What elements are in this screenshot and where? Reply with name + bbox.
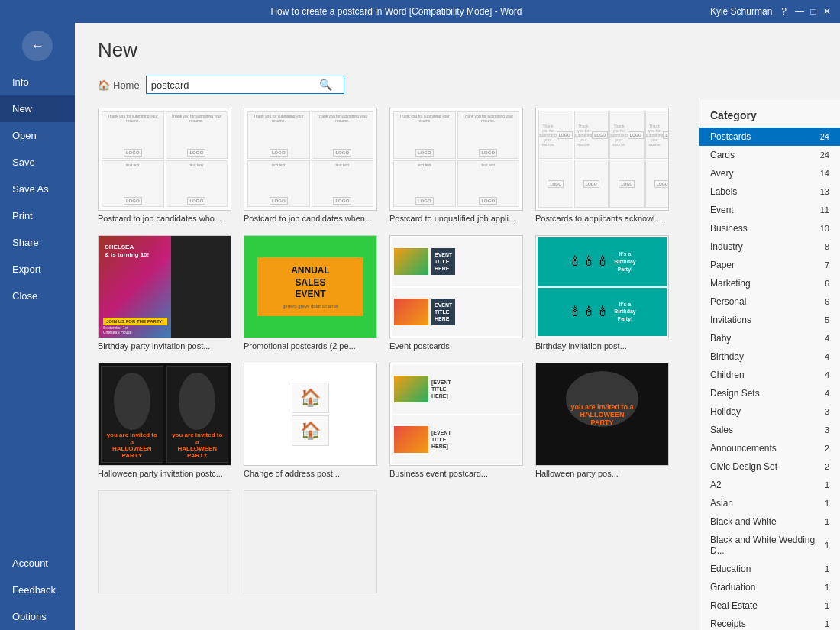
category-item-bw[interactable]: Black and White1 <box>699 512 840 531</box>
category-count-design-sets: 4 <box>825 389 829 398</box>
page-header: New <box>75 23 840 69</box>
category-label-holiday: Holiday <box>710 406 741 417</box>
sidebar-item-export[interactable]: Export <box>0 256 75 283</box>
category-item-announcements[interactable]: Announcements2 <box>699 439 840 457</box>
minimize-button[interactable]: — <box>793 5 806 18</box>
category-item-children[interactable]: Children4 <box>699 366 840 384</box>
category-item-graduation[interactable]: Graduation1 <box>699 578 840 596</box>
category-label-paper: Paper <box>710 260 735 270</box>
template-label-9: Halloween party invitation postc... <box>98 469 231 478</box>
sidebar-item-info[interactable]: Info <box>0 69 75 95</box>
template-row-4 <box>98 490 683 596</box>
user-name: Kyle Schurman <box>710 6 772 17</box>
template-card-4[interactable]: Thank you for submittingyour resume.LOGO… <box>535 108 669 223</box>
category-count-civic-design: 2 <box>825 462 829 471</box>
category-item-asian[interactable]: Asian1 <box>699 494 840 512</box>
category-count-birthday: 4 <box>825 352 829 361</box>
template-card-14[interactable] <box>244 490 377 596</box>
sidebar-item-feedback[interactable]: Feedback <box>0 577 75 603</box>
template-card-2[interactable]: Thank you for submitting your resume.LOG… <box>244 108 377 223</box>
template-thumb-4: Thank you for submittingyour resume.LOGO… <box>535 108 669 211</box>
template-label-4: Postcards to applicants acknowl... <box>535 214 669 223</box>
category-label-asian: Asian <box>710 498 733 509</box>
help-button[interactable]: ? <box>781 6 787 17</box>
category-label-design-sets: Design Sets <box>710 388 760 399</box>
back-button[interactable]: ← <box>22 31 53 61</box>
category-item-marketing[interactable]: Marketing6 <box>699 274 840 292</box>
category-item-bw-wedding[interactable]: Black and White Wedding D...1 <box>699 531 840 560</box>
sidebar-item-account[interactable]: Account <box>0 550 75 577</box>
templates-grid: Thank you for submitting your resume.LOG… <box>75 100 699 630</box>
category-item-a2[interactable]: A21 <box>699 476 840 494</box>
close-button[interactable]: ✕ <box>820 5 834 18</box>
category-item-design-sets[interactable]: Design Sets4 <box>699 384 840 402</box>
category-item-paper[interactable]: Paper7 <box>699 256 840 274</box>
category-item-cards[interactable]: Cards24 <box>699 146 840 164</box>
search-input[interactable] <box>151 79 319 91</box>
category-label-cards: Cards <box>710 150 735 160</box>
template-card-7[interactable]: EVENTTITLEHERE EVENTTITLEHERE Event post… <box>389 235 523 351</box>
category-item-education[interactable]: Education1 <box>699 560 840 578</box>
template-thumb-10: 🏠 🏠 <box>244 363 377 466</box>
category-label-sales: Sales <box>710 425 733 435</box>
category-item-birthday[interactable]: Birthday4 <box>699 347 840 366</box>
search-button[interactable]: 🔍 <box>319 79 332 91</box>
template-card-9[interactable]: you are invited to aHALLOWEENPARTY you a… <box>98 363 231 478</box>
template-label-10: Change of address post... <box>244 469 377 478</box>
category-item-sales[interactable]: Sales3 <box>699 421 840 439</box>
template-label-12: Halloween party pos... <box>535 469 669 478</box>
template-card-11[interactable]: [EVENTTITLEHERE] [EVENTTITLEHERE] Busine… <box>389 363 523 478</box>
category-count-receipts: 1 <box>825 619 829 628</box>
template-thumb-14 <box>244 490 377 593</box>
template-card-13[interactable] <box>98 490 231 596</box>
sidebar-item-open[interactable]: Open <box>0 122 75 149</box>
category-label-announcements: Announcements <box>710 443 777 454</box>
template-card-6[interactable]: ANNUALSALESEVENT genero greve dolor sit … <box>244 235 377 351</box>
template-thumb-6: ANNUALSALESEVENT genero greve dolor sit … <box>244 235 377 338</box>
category-item-labels[interactable]: Labels13 <box>699 183 840 201</box>
template-card-3[interactable]: Thank you for submitting your resume.LOG… <box>389 108 523 223</box>
sidebar-item-options[interactable]: Options <box>0 603 75 630</box>
sidebar-item-save-as[interactable]: Save As <box>0 176 75 202</box>
category-item-business[interactable]: Business10 <box>699 219 840 237</box>
main-content: New 🏠 Home 🔍 Thank you for submitt <box>75 23 840 630</box>
page-title: New <box>98 38 817 62</box>
template-card-8[interactable]: 🕯🕯🕯 It's aBirthdayParty! 🕯🕯🕯 It's aBirth… <box>535 235 669 351</box>
title-bar: How to create a postcard in Word [Compat… <box>0 0 840 23</box>
template-card-10[interactable]: 🏠 🏠 Change of address post... <box>244 363 377 478</box>
maximize-button[interactable]: □ <box>806 5 820 18</box>
category-count-bw: 1 <box>825 517 829 526</box>
category-label-avery: Avery <box>710 168 733 179</box>
template-card-1[interactable]: Thank you for submitting your resume.LOG… <box>98 108 231 223</box>
category-count-asian: 1 <box>825 499 829 508</box>
category-item-industry[interactable]: Industry8 <box>699 237 840 256</box>
template-label-7: Event postcards <box>389 341 523 351</box>
category-item-baby[interactable]: Baby4 <box>699 329 840 347</box>
sidebar-item-close[interactable]: Close <box>0 283 75 309</box>
category-item-civic-design[interactable]: Civic Design Set2 <box>699 457 840 476</box>
sidebar-item-share[interactable]: Share <box>0 229 75 256</box>
category-item-postcards[interactable]: Postcards24 <box>699 128 840 146</box>
category-count-bw-wedding: 1 <box>825 541 829 550</box>
sidebar-item-print[interactable]: Print <box>0 202 75 229</box>
category-item-invitations[interactable]: Invitations5 <box>699 311 840 329</box>
category-item-personal[interactable]: Personal6 <box>699 292 840 311</box>
category-item-avery[interactable]: Avery14 <box>699 164 840 183</box>
category-item-real-estate[interactable]: Real Estate1 <box>699 596 840 615</box>
app-body: ← InfoNewOpenSaveSave AsPrintShareExport… <box>0 23 840 630</box>
template-card-12[interactable]: you are invited to aHALLOWEENPARTY Hallo… <box>535 363 669 478</box>
breadcrumb-home[interactable]: 🏠 Home <box>98 79 140 91</box>
category-label-personal: Personal <box>710 296 746 307</box>
category-count-event: 11 <box>820 205 829 215</box>
category-count-personal: 6 <box>825 297 829 306</box>
template-row-3: you are invited to aHALLOWEENPARTY you a… <box>98 363 683 478</box>
sidebar-item-save[interactable]: Save <box>0 149 75 176</box>
sidebar-item-new[interactable]: New <box>0 95 75 122</box>
category-item-event[interactable]: Event11 <box>699 201 840 219</box>
category-count-marketing: 6 <box>825 279 829 288</box>
category-item-holiday[interactable]: Holiday3 <box>699 402 840 421</box>
category-item-receipts[interactable]: Receipts1 <box>699 615 840 630</box>
template-thumb-11: [EVENTTITLEHERE] [EVENTTITLEHERE] <box>389 363 523 466</box>
category-scroll[interactable]: Postcards24Cards24Avery14Labels13Event11… <box>699 128 840 630</box>
template-card-5[interactable]: CHELSEA& is turning 10! JOIN US FOR THE … <box>98 235 231 351</box>
